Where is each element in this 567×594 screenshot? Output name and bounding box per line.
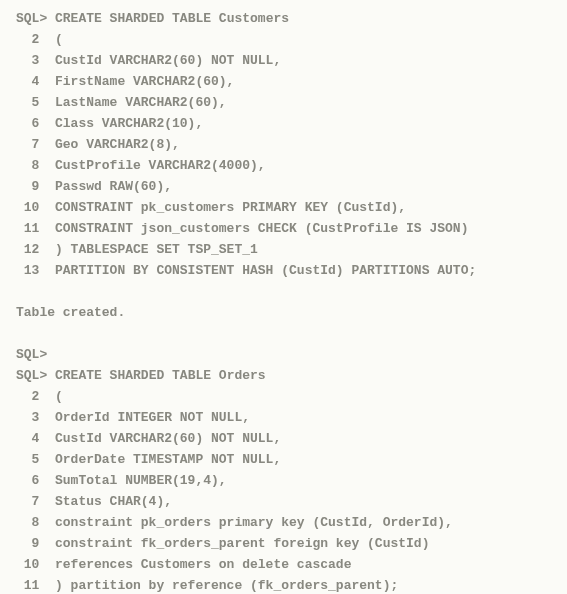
sql-line: SQL> — [16, 344, 551, 365]
line-number: 5 — [16, 92, 39, 113]
sql-line: 13PARTITION BY CONSISTENT HASH (CustId) … — [16, 260, 551, 281]
line-number: 3 — [16, 50, 39, 71]
line-number: 12 — [16, 239, 39, 260]
sql-line: 9Passwd RAW(60), — [16, 176, 551, 197]
sql-line: 8CustProfile VARCHAR2(4000), — [16, 155, 551, 176]
line-number: 9 — [16, 176, 39, 197]
sql-code: CREATE SHARDED TABLE Orders — [55, 368, 266, 383]
line-number: 2 — [16, 29, 39, 50]
line-number: 7 — [16, 491, 39, 512]
result-message: Table created. — [16, 302, 551, 323]
sql-line: 10references Customers on delete cascade — [16, 554, 551, 575]
line-number: 11 — [16, 218, 39, 239]
sql-line: 11CONSTRAINT json_customers CHECK (CustP… — [16, 218, 551, 239]
sql-code: SumTotal NUMBER(19,4), — [55, 473, 227, 488]
sql-code: Class VARCHAR2(10), — [55, 116, 203, 131]
sql-line: 2( — [16, 386, 551, 407]
sql-code: Passwd RAW(60), — [55, 179, 172, 194]
line-number: 11 — [16, 575, 39, 594]
line-number: 9 — [16, 533, 39, 554]
sql-line: 3OrderId INTEGER NOT NULL, — [16, 407, 551, 428]
sql-line: SQL>CREATE SHARDED TABLE Customers — [16, 8, 551, 29]
sql-code: constraint pk_orders primary key (CustId… — [55, 515, 453, 530]
line-number: 4 — [16, 428, 39, 449]
sql-code: Geo VARCHAR2(8), — [55, 137, 180, 152]
sql-prompt: SQL> — [16, 365, 47, 386]
sql-code: PARTITION BY CONSISTENT HASH (CustId) PA… — [55, 263, 476, 278]
sql-line: 8constraint pk_orders primary key (CustI… — [16, 512, 551, 533]
sql-code: CustId VARCHAR2(60) NOT NULL, — [55, 53, 281, 68]
line-number: 3 — [16, 407, 39, 428]
sql-line: 6Class VARCHAR2(10), — [16, 113, 551, 134]
sql-code: CustProfile VARCHAR2(4000), — [55, 158, 266, 173]
line-number: 5 — [16, 449, 39, 470]
sql-prompt: SQL> — [16, 344, 47, 365]
line-number: 8 — [16, 512, 39, 533]
line-number: 8 — [16, 155, 39, 176]
sql-line: 4FirstName VARCHAR2(60), — [16, 71, 551, 92]
line-number: 4 — [16, 71, 39, 92]
line-number: 10 — [16, 197, 39, 218]
sql-code: ) TABLESPACE SET TSP_SET_1 — [55, 242, 258, 257]
line-number: 13 — [16, 260, 39, 281]
sql-code: CONSTRAINT json_customers CHECK (CustPro… — [55, 221, 468, 236]
sql-line: 12) TABLESPACE SET TSP_SET_1 — [16, 239, 551, 260]
sql-line: 9constraint fk_orders_parent foreign key… — [16, 533, 551, 554]
blank-line — [16, 281, 551, 302]
sql-code: CustId VARCHAR2(60) NOT NULL, — [55, 431, 281, 446]
sql-code: FirstName VARCHAR2(60), — [55, 74, 234, 89]
line-number: 10 — [16, 554, 39, 575]
line-number: 7 — [16, 134, 39, 155]
blank-line — [16, 323, 551, 344]
sql-code: ( — [55, 389, 63, 404]
sql-code: constraint fk_orders_parent foreign key … — [55, 536, 429, 551]
sql-code: ) partition by reference (fk_orders_pare… — [55, 578, 398, 593]
sql-code: OrderDate TIMESTAMP NOT NULL, — [55, 452, 281, 467]
sql-code: CONSTRAINT pk_customers PRIMARY KEY (Cus… — [55, 200, 406, 215]
sql-code: Status CHAR(4), — [55, 494, 172, 509]
sql-line: 4CustId VARCHAR2(60) NOT NULL, — [16, 428, 551, 449]
sql-line: 11) partition by reference (fk_orders_pa… — [16, 575, 551, 594]
sql-prompt: SQL> — [16, 8, 47, 29]
sql-code: ( — [55, 32, 63, 47]
sql-code: CREATE SHARDED TABLE Customers — [55, 11, 289, 26]
terminal-output: SQL>CREATE SHARDED TABLE Customers 2( 3C… — [16, 8, 551, 594]
line-number: 2 — [16, 386, 39, 407]
sql-line: 10CONSTRAINT pk_customers PRIMARY KEY (C… — [16, 197, 551, 218]
sql-line: 3CustId VARCHAR2(60) NOT NULL, — [16, 50, 551, 71]
sql-line: 7Geo VARCHAR2(8), — [16, 134, 551, 155]
sql-line: 7Status CHAR(4), — [16, 491, 551, 512]
line-number: 6 — [16, 470, 39, 491]
sql-line: 5OrderDate TIMESTAMP NOT NULL, — [16, 449, 551, 470]
sql-code: LastName VARCHAR2(60), — [55, 95, 227, 110]
sql-line: 5LastName VARCHAR2(60), — [16, 92, 551, 113]
sql-line: 2( — [16, 29, 551, 50]
line-number: 6 — [16, 113, 39, 134]
sql-line: 6SumTotal NUMBER(19,4), — [16, 470, 551, 491]
sql-code: OrderId INTEGER NOT NULL, — [55, 410, 250, 425]
sql-code: references Customers on delete cascade — [55, 557, 351, 572]
sql-line: SQL>CREATE SHARDED TABLE Orders — [16, 365, 551, 386]
